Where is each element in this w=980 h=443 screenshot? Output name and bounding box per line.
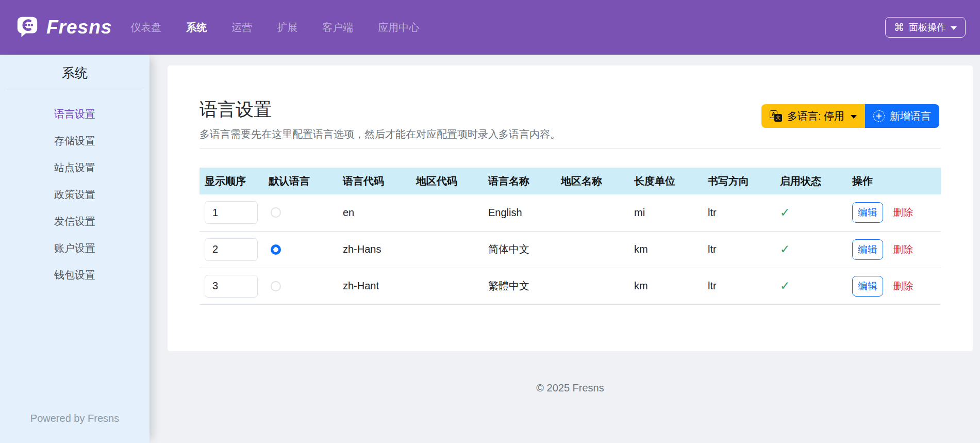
add-language-button[interactable]: 新增语言 <box>865 104 939 128</box>
powered-by-text: Powered by Fresns <box>0 413 150 424</box>
col-header-area-name: 地区名称 <box>556 168 629 194</box>
translate-icon: A 文 <box>770 110 782 122</box>
check-icon: ✓ <box>780 206 790 219</box>
edit-button[interactable]: 编辑 <box>852 276 883 297</box>
col-header-length-unit: 长度单位 <box>629 168 703 194</box>
sidebar: 系统 语言设置 存储设置 站点设置 政策设置 发信设置 账户设置 钱包设置 Po… <box>0 55 150 443</box>
area-code-cell <box>411 194 483 231</box>
area-code-cell <box>411 231 483 268</box>
nav-item-clients[interactable]: 客户端 <box>310 0 366 55</box>
command-icon: ⌘ <box>894 22 904 32</box>
sidebar-item-wallet-settings[interactable]: 钱包设置 <box>0 261 150 288</box>
sidebar-nav: 语言设置 存储设置 站点设置 政策设置 发信设置 账户设置 钱包设置 <box>0 101 150 288</box>
add-language-label: 新增语言 <box>890 109 931 123</box>
delete-link[interactable]: 删除 <box>893 243 913 255</box>
nav-item-extensions[interactable]: 扩展 <box>264 0 310 55</box>
nav-item-operations[interactable]: 运营 <box>219 0 264 55</box>
default-language-radio[interactable] <box>271 207 281 218</box>
writing-direction-cell: ltr <box>703 268 775 304</box>
brand-name: Fresns <box>46 17 112 38</box>
area-name-cell <box>556 268 629 304</box>
languages-table: 显示顺序 默认语言 语言代码 地区代码 语言名称 地区名称 长度单位 书写方向 … <box>200 168 941 305</box>
length-unit-cell: mi <box>629 194 703 231</box>
check-icon: ✓ <box>780 242 790 256</box>
writing-direction-cell: ltr <box>703 194 775 231</box>
nav-item-dashboard[interactable]: 仪表盘 <box>118 0 174 55</box>
toolbar: A 文 多语言: 停用 新增语言 <box>761 104 939 128</box>
area-code-cell <box>411 268 483 304</box>
col-header-enabled-status: 启用状态 <box>775 168 847 194</box>
col-header-area-code: 地区代码 <box>411 168 483 194</box>
nav-item-app-center[interactable]: 应用中心 <box>366 0 431 55</box>
sidebar-item-mail-settings[interactable]: 发信设置 <box>0 208 150 235</box>
panel-actions-label: 面板操作 <box>909 21 946 34</box>
table-row: en English mi ltr ✓ 编辑 删除 <box>200 194 941 231</box>
default-language-radio[interactable] <box>271 244 281 255</box>
table-header-row: 显示顺序 默认语言 语言代码 地区代码 语言名称 地区名称 长度单位 书写方向 … <box>200 168 941 194</box>
order-input[interactable] <box>205 238 258 261</box>
edit-button[interactable]: 编辑 <box>852 239 883 260</box>
delete-link[interactable]: 删除 <box>893 280 913 291</box>
default-language-radio[interactable] <box>271 281 281 291</box>
sidebar-item-account-settings[interactable]: 账户设置 <box>0 235 150 261</box>
language-settings-card: 语言设置 多语言需要先在这里配置语言选项，然后才能在对应配置项时录入多语言内容。… <box>168 65 973 351</box>
writing-direction-cell: ltr <box>703 231 775 268</box>
caret-down-icon <box>951 26 957 30</box>
caret-down-icon <box>851 115 857 119</box>
col-header-actions: 操作 <box>847 168 941 194</box>
col-header-writing-direction: 书写方向 <box>703 168 775 194</box>
table-row: zh-Hans 简体中文 km ltr ✓ 编辑 删除 <box>200 231 941 268</box>
table-row: zh-Hant 繁體中文 km ltr ✓ 编辑 删除 <box>200 268 941 304</box>
copyright-text: © 2025 Fresns <box>168 382 973 394</box>
main-nav: 仪表盘 系统 运营 扩展 客户端 应用中心 <box>118 0 431 55</box>
sidebar-item-storage-settings[interactable]: 存储设置 <box>0 127 150 154</box>
multilingual-status-label: 多语言: 停用 <box>787 109 844 123</box>
order-input[interactable] <box>205 201 258 224</box>
delete-link[interactable]: 删除 <box>893 206 913 218</box>
edit-button[interactable]: 编辑 <box>852 202 883 223</box>
language-code-cell: zh-Hant <box>338 268 411 304</box>
sidebar-item-site-settings[interactable]: 站点设置 <box>0 154 150 181</box>
area-name-cell <box>556 231 629 268</box>
top-navbar: Fresns 仪表盘 系统 运营 扩展 客户端 应用中心 ⌘ 面板操作 <box>0 0 980 55</box>
nav-item-system[interactable]: 系统 <box>174 0 219 55</box>
col-header-language-code: 语言代码 <box>338 168 411 194</box>
fresns-logo-icon <box>15 14 39 40</box>
language-name-cell: 简体中文 <box>483 231 556 268</box>
area-name-cell <box>556 194 629 231</box>
col-header-language-name: 语言名称 <box>483 168 556 194</box>
language-code-cell: zh-Hans <box>338 231 411 268</box>
sidebar-item-language-settings[interactable]: 语言设置 <box>0 101 150 127</box>
page-subtitle: 多语言需要先在这里配置语言选项，然后才能在对应配置项时录入多语言内容。 <box>200 127 941 141</box>
order-input[interactable] <box>205 275 258 298</box>
multilingual-status-button[interactable]: A 文 多语言: 停用 <box>761 104 865 128</box>
plus-circle-icon <box>873 110 885 122</box>
header-divider <box>200 148 941 149</box>
main-content: 语言设置 多语言需要先在这里配置语言选项，然后才能在对应配置项时录入多语言内容。… <box>150 55 980 443</box>
brand[interactable]: Fresns <box>15 14 112 40</box>
sidebar-title: 系统 <box>0 65 150 80</box>
sidebar-divider <box>7 90 142 90</box>
panel-actions-button[interactable]: ⌘ 面板操作 <box>885 17 966 38</box>
language-name-cell: 繁體中文 <box>483 268 556 304</box>
language-code-cell: en <box>338 194 411 231</box>
length-unit-cell: km <box>629 268 703 304</box>
col-header-default-language: 默认语言 <box>263 168 338 194</box>
length-unit-cell: km <box>629 231 703 268</box>
language-name-cell: English <box>483 194 556 231</box>
sidebar-item-policy-settings[interactable]: 政策设置 <box>0 181 150 208</box>
check-icon: ✓ <box>780 279 790 292</box>
col-header-display-order: 显示顺序 <box>200 168 263 194</box>
